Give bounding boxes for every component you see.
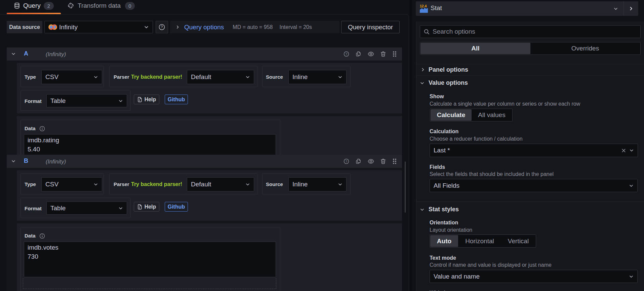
- svg-text:12.4: 12.4: [420, 4, 427, 8]
